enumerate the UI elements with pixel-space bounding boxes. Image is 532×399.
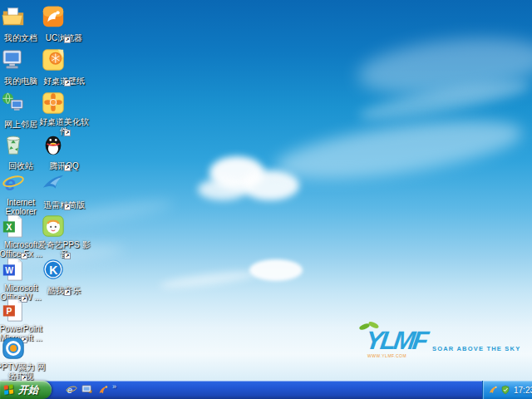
- cumulus-cloud: [198, 179, 248, 200]
- quick-launch-bar: e »: [60, 381, 116, 399]
- ylmf-subtext: WWW.YLMF.COM: [367, 353, 406, 358]
- my-computer-icon: [1, 47, 41, 72]
- tray-green-shield-icon[interactable]: [500, 385, 510, 395]
- desktop-icon-iqiyi-pps[interactable]: ↗ 爱奇艺PPS 影 音: [41, 214, 87, 260]
- tray-clock[interactable]: 17:23: [514, 386, 532, 395]
- internet-explorer-icon: e: [1, 171, 41, 196]
- orange-swoosh-app-icon[interactable]: [96, 384, 109, 397]
- cirrus-streak: [273, 109, 526, 190]
- desktop-icon-haozhuodao-beautify[interactable]: ↗ 好桌道美化软 件: [41, 91, 87, 137]
- desktop-icon-kuwo-music[interactable]: K ↗ 酷我音乐: [41, 257, 87, 297]
- cloud-streak: [160, 268, 259, 291]
- small-cloud: [249, 259, 303, 281]
- system-tray: 17:23: [482, 381, 532, 399]
- desktop: YLMF WWW.YLMF.COM SOAR ABOVE THE SKY 我的文…: [0, 0, 532, 399]
- svg-text:W: W: [5, 266, 13, 275]
- excel-icon: X ↗: [1, 214, 41, 239]
- svg-text:e: e: [5, 173, 16, 195]
- taskbar: 开始 e » 17:23: [0, 381, 532, 399]
- start-button[interactable]: 开始: [0, 381, 52, 399]
- desktop-icon-internet-explorer[interactable]: e Internet Explorer: [1, 171, 41, 218]
- my-documents-icon: [1, 4, 41, 29]
- network-globe-icon: [1, 91, 41, 116]
- desktop-icon-haozhuodao-wallpaper[interactable]: ↗ 好桌道壁纸: [41, 47, 87, 87]
- windows-logo-icon: [4, 384, 16, 397]
- desktop-icon-pptv[interactable]: ↗ PPTV聚力 网 络电视: [1, 336, 41, 382]
- kuwo-k-icon: K ↗: [41, 257, 87, 282]
- shortcut-arrow-icon: ↗: [64, 204, 71, 210]
- desktop-icon-xunlei-lite[interactable]: ↗ 迅雷精简版: [41, 171, 87, 211]
- uc-browser-icon: ↗: [41, 4, 87, 29]
- pptv-icon: ↗: [1, 336, 41, 361]
- internet-explorer-quicklaunch-icon[interactable]: e: [65, 384, 77, 397]
- shortcut-arrow-icon: ↗: [64, 80, 71, 86]
- tray-orange-swoosh-icon[interactable]: [488, 385, 498, 395]
- desktop-icon-ms-word[interactable]: W ↗ Microsoft Office W ...: [1, 257, 41, 303]
- start-button-label: 开始: [18, 383, 38, 397]
- qq-penguin-icon: ↗: [41, 132, 87, 157]
- svg-text:K: K: [49, 264, 58, 277]
- powerpoint-icon: P ↗: [1, 298, 41, 323]
- orange-flower-icon: ↗: [41, 91, 87, 116]
- pps-face-icon: ↗: [41, 214, 87, 239]
- svg-text:P: P: [7, 307, 12, 316]
- ylmf-logo: YLMF WWW.YLMF.COM SOAR ABOVE THE SKY: [357, 327, 507, 365]
- shortcut-arrow-icon: ↗: [64, 289, 71, 296]
- show-desktop-icon[interactable]: [81, 384, 93, 397]
- desktop-icon-uc-browser[interactable]: ↗ UC浏览器: [41, 4, 87, 44]
- quick-launch-overflow-chevron[interactable]: »: [112, 383, 116, 391]
- blue-bird-icon: ↗: [41, 171, 87, 196]
- svg-text:X: X: [7, 223, 12, 232]
- shortcut-arrow-icon: ↗: [64, 37, 71, 43]
- word-icon: W ↗: [1, 257, 41, 282]
- shortcut-arrow-icon: ↗: [64, 165, 71, 171]
- ylmf-brand-text: YLMF: [364, 327, 428, 355]
- desktop-icon-tencent-qq[interactable]: ↗ 腾讯QQ: [41, 132, 87, 172]
- ylmf-tagline: SOAR ABOVE THE SKY: [432, 345, 520, 352]
- orange-slice-icon: ↗: [41, 47, 87, 72]
- recycle-bin-icon: [1, 132, 41, 157]
